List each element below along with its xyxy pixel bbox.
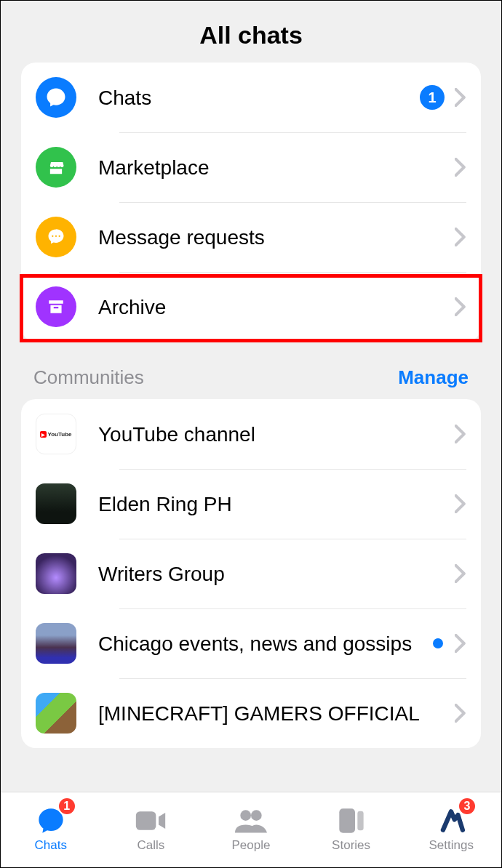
svg-rect-0	[136, 811, 156, 830]
svg-point-2	[251, 810, 262, 821]
chevron-right-icon	[455, 88, 466, 107]
folder-row-chats[interactable]: Chats 1	[21, 63, 481, 132]
community-label: YouTube channel	[98, 422, 455, 447]
community-row-chicago[interactable]: Chicago events, news and gossips	[21, 608, 481, 678]
chevron-right-icon	[455, 634, 466, 653]
tab-calls[interactable]: Calls	[101, 792, 202, 867]
calls-tab-icon	[135, 808, 167, 834]
archive-icon	[36, 286, 76, 327]
communities-title: Communities	[33, 366, 144, 389]
community-label: [MINECRAFT] GAMERS OFFICIAL	[98, 701, 455, 726]
chevron-right-icon	[455, 158, 466, 177]
community-row-minecraft[interactable]: [MINECRAFT] GAMERS OFFICIAL	[21, 678, 481, 748]
tab-label: Calls	[137, 838, 164, 853]
manage-button[interactable]: Manage	[398, 366, 469, 389]
community-row-writers[interactable]: Writers Group	[21, 539, 481, 608]
folder-label: Message requests	[98, 225, 455, 250]
folder-label: Marketplace	[98, 155, 455, 180]
tab-label: Stories	[332, 838, 370, 853]
svg-rect-4	[357, 811, 363, 830]
chevron-right-icon	[455, 297, 466, 316]
unread-badge: 1	[420, 85, 445, 110]
community-avatar	[36, 553, 76, 594]
chevron-right-icon	[455, 425, 466, 443]
tab-label: Settings	[429, 838, 473, 853]
unread-dot	[433, 638, 443, 648]
community-row-youtube[interactable]: ▶YouTube YouTube channel	[21, 399, 481, 469]
community-label: Chicago events, news and gossips	[98, 631, 433, 656]
tab-label: Chats	[35, 838, 67, 853]
communities-card: ▶YouTube YouTube channel Elden Ring PH W…	[21, 399, 481, 748]
chat-bubble-icon	[36, 77, 76, 118]
community-label: Elden Ring PH	[98, 491, 455, 517]
community-avatar	[36, 693, 76, 734]
people-tab-icon	[235, 808, 267, 834]
page-title: All chats	[1, 21, 501, 49]
svg-rect-3	[339, 808, 355, 832]
community-avatar	[36, 483, 76, 524]
page-header: All chats	[1, 1, 501, 63]
tab-badge: 1	[57, 797, 76, 816]
marketplace-icon	[36, 147, 76, 188]
community-avatar: ▶YouTube	[36, 414, 76, 454]
tab-stories[interactable]: Stories	[301, 792, 402, 867]
tab-bar: 1 Chats Calls People Stories 3 Settings	[1, 792, 501, 867]
folder-row-marketplace[interactable]: Marketplace	[21, 132, 481, 202]
svg-point-1	[240, 810, 251, 821]
tab-people[interactable]: People	[201, 792, 301, 867]
community-avatar	[36, 623, 76, 664]
tab-badge: 3	[458, 797, 477, 816]
folder-row-message-requests[interactable]: Message requests	[21, 202, 481, 272]
folder-row-archive[interactable]: Archive	[21, 272, 481, 342]
folders-card: Chats 1 Marketplace Message requests Arc…	[21, 63, 481, 342]
folder-label: Chats	[98, 85, 420, 110]
tab-label: People	[232, 838, 271, 853]
community-label: Writers Group	[98, 561, 455, 587]
stories-tab-icon	[335, 808, 367, 834]
message-requests-icon	[36, 217, 76, 257]
chevron-right-icon	[455, 228, 466, 246]
communities-header: Communities Manage	[1, 342, 501, 399]
folder-label: Archive	[98, 294, 455, 320]
community-row-eldenring[interactable]: Elden Ring PH	[21, 469, 481, 539]
tab-settings[interactable]: 3 Settings	[401, 792, 501, 867]
chevron-right-icon	[455, 564, 466, 583]
tab-chats[interactable]: 1 Chats	[1, 792, 101, 867]
chevron-right-icon	[455, 494, 466, 513]
chevron-right-icon	[455, 704, 466, 723]
